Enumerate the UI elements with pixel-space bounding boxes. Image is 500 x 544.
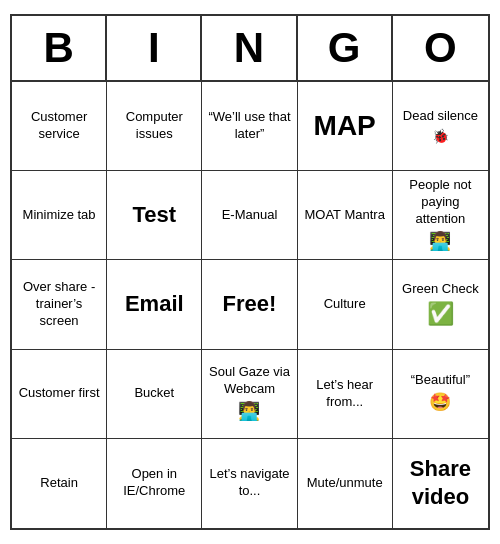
- cell-text-12: Free!: [223, 290, 277, 319]
- cell-content-8: MOAT Mantra: [304, 207, 384, 224]
- cell-content-10: Over share - trainer’s screen: [16, 279, 102, 330]
- bingo-letter-b: B: [12, 16, 107, 80]
- cell-content-11: Email: [125, 290, 184, 319]
- cell-text-16: Bucket: [134, 385, 174, 402]
- cell-emoji-19: 🤩: [429, 391, 451, 414]
- bingo-cell-19: “Beautiful”🤩: [393, 350, 488, 439]
- cell-content-22: Let’s navigate to...: [206, 466, 292, 500]
- bingo-cell-9: People not paying attention👨‍💻: [393, 171, 488, 260]
- cell-content-17: Soul Gaze via Webcam👨‍💻: [206, 364, 292, 423]
- bingo-cell-13: Culture: [298, 260, 393, 349]
- cell-content-21: Open in IE/Chrome: [111, 466, 197, 500]
- bingo-cell-8: MOAT Mantra: [298, 171, 393, 260]
- cell-content-13: Culture: [324, 296, 366, 313]
- cell-emoji-4: 🐞: [432, 127, 449, 145]
- cell-content-19: “Beautiful”🤩: [411, 372, 470, 414]
- cell-text-22: Let’s navigate to...: [206, 466, 292, 500]
- bingo-cell-23: Mute/unmute: [298, 439, 393, 528]
- cell-text-9: People not paying attention: [397, 177, 484, 228]
- bingo-cell-20: Retain: [12, 439, 107, 528]
- bingo-cell-1: Computer issues: [107, 82, 202, 171]
- cell-content-4: Dead silence🐞: [403, 108, 478, 145]
- cell-content-9: People not paying attention👨‍💻: [397, 177, 484, 253]
- cell-content-15: Customer first: [19, 385, 100, 402]
- bingo-cell-16: Bucket: [107, 350, 202, 439]
- bingo-cell-10: Over share - trainer’s screen: [12, 260, 107, 349]
- bingo-cell-4: Dead silence🐞: [393, 82, 488, 171]
- bingo-letter-o: O: [393, 16, 488, 80]
- cell-text-8: MOAT Mantra: [304, 207, 384, 224]
- cell-text-4: Dead silence: [403, 108, 478, 125]
- cell-text-3: MAP: [314, 108, 376, 144]
- bingo-cell-22: Let’s navigate to...: [202, 439, 297, 528]
- cell-text-24: Share video: [397, 455, 484, 512]
- cell-text-21: Open in IE/Chrome: [111, 466, 197, 500]
- cell-text-20: Retain: [40, 475, 78, 492]
- bingo-cell-7: E-Manual: [202, 171, 297, 260]
- cell-text-23: Mute/unmute: [307, 475, 383, 492]
- cell-text-5: Minimize tab: [23, 207, 96, 224]
- cell-text-6: Test: [132, 201, 176, 230]
- cell-content-7: E-Manual: [222, 207, 278, 224]
- bingo-cell-21: Open in IE/Chrome: [107, 439, 202, 528]
- cell-content-5: Minimize tab: [23, 207, 96, 224]
- cell-text-14: Green Check: [402, 281, 479, 298]
- cell-text-11: Email: [125, 290, 184, 319]
- bingo-cell-17: Soul Gaze via Webcam👨‍💻: [202, 350, 297, 439]
- cell-emoji-17: 👨‍💻: [238, 400, 260, 423]
- cell-content-20: Retain: [40, 475, 78, 492]
- cell-text-19: “Beautiful”: [411, 372, 470, 389]
- bingo-card: BINGO Customer serviceComputer issues“We…: [10, 14, 490, 529]
- bingo-cell-11: Email: [107, 260, 202, 349]
- cell-emoji-14: ✅: [427, 300, 454, 329]
- cell-text-13: Culture: [324, 296, 366, 313]
- bingo-cell-5: Minimize tab: [12, 171, 107, 260]
- bingo-header: BINGO: [12, 16, 488, 82]
- cell-text-2: “We’ll use that later”: [206, 109, 292, 143]
- cell-content-3: MAP: [314, 108, 376, 144]
- cell-text-7: E-Manual: [222, 207, 278, 224]
- bingo-grid: Customer serviceComputer issues“We’ll us…: [12, 82, 488, 527]
- cell-content-12: Free!: [223, 290, 277, 319]
- cell-content-1: Computer issues: [111, 109, 197, 143]
- bingo-cell-18: Let’s hear from...: [298, 350, 393, 439]
- cell-text-1: Computer issues: [111, 109, 197, 143]
- bingo-letter-i: I: [107, 16, 202, 80]
- cell-content-6: Test: [132, 201, 176, 230]
- cell-content-18: Let’s hear from...: [302, 377, 388, 411]
- bingo-cell-3: MAP: [298, 82, 393, 171]
- cell-content-16: Bucket: [134, 385, 174, 402]
- bingo-letter-n: N: [202, 16, 297, 80]
- cell-content-14: Green Check✅: [402, 281, 479, 328]
- bingo-cell-2: “We’ll use that later”: [202, 82, 297, 171]
- bingo-cell-6: Test: [107, 171, 202, 260]
- cell-content-0: Customer service: [16, 109, 102, 143]
- cell-text-15: Customer first: [19, 385, 100, 402]
- bingo-cell-15: Customer first: [12, 350, 107, 439]
- cell-text-0: Customer service: [16, 109, 102, 143]
- cell-text-10: Over share - trainer’s screen: [16, 279, 102, 330]
- cell-text-18: Let’s hear from...: [302, 377, 388, 411]
- cell-emoji-9: 👨‍💻: [429, 230, 451, 253]
- bingo-letter-g: G: [298, 16, 393, 80]
- cell-text-17: Soul Gaze via Webcam: [206, 364, 292, 398]
- cell-content-24: Share video: [397, 455, 484, 512]
- bingo-cell-14: Green Check✅: [393, 260, 488, 349]
- cell-content-23: Mute/unmute: [307, 475, 383, 492]
- bingo-cell-24: Share video: [393, 439, 488, 528]
- bingo-cell-12: Free!: [202, 260, 297, 349]
- cell-content-2: “We’ll use that later”: [206, 109, 292, 143]
- bingo-cell-0: Customer service: [12, 82, 107, 171]
